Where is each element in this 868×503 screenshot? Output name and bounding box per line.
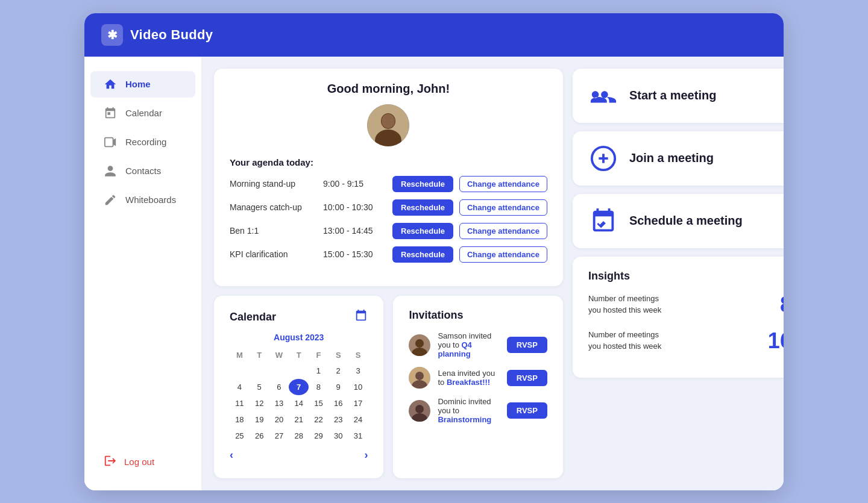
insights-label-0: Number of meetings you hosted this week [588,293,667,315]
logout-icon [104,454,117,469]
calendar-day[interactable]: 3 [348,363,368,379]
calendar-day[interactable]: 17 [348,395,368,411]
start-meeting-icon [590,82,617,110]
user-avatar-container [230,104,547,146]
sidebar-label-calendar: Calendar [125,108,162,118]
invitations-title: Invitations [409,309,547,322]
calendar-header: Calendar [230,309,368,325]
sidebar: Home Calendar Recording [84,57,202,490]
calendar-day[interactable]: 24 [348,411,368,428]
schedule-meeting-card[interactable]: Schedule a meeting [573,194,784,248]
sidebar-item-recording[interactable]: Recording [90,129,195,155]
calendar-day[interactable]: 25 [230,428,250,444]
calendar-day[interactable]: 19 [250,411,269,428]
schedule-meeting-icon [590,207,617,235]
calendar-day[interactable]: 9 [329,379,348,395]
calendar-day[interactable]: 22 [309,411,329,428]
calendar-day[interactable]: 7 [289,379,309,395]
sidebar-item-home[interactable]: Home [90,71,195,98]
calendar-day [269,363,289,379]
calendar-day[interactable]: 5 [250,379,269,395]
calendar-day[interactable]: 26 [250,428,269,444]
invitations-card: Invitations Samson invited you to Q4 pla… [393,296,562,478]
invitation-meeting-link-1[interactable]: Breakfast!!! [447,378,490,387]
calendar-day[interactable]: 4 [230,379,250,395]
calendar-day[interactable]: 23 [329,411,348,428]
cal-day-header-4: F [309,348,329,363]
reschedule-btn-0[interactable]: Reschedule [392,176,453,192]
invitation-text-1: Lena invited you to Breakfast!!! [438,369,499,387]
calendar-day[interactable]: 2 [329,363,348,379]
calendar-day[interactable]: 12 [250,395,269,411]
main-layout: Home Calendar Recording [84,57,784,490]
calendar-day[interactable]: 20 [269,411,289,428]
calendar-day[interactable]: 10 [348,379,368,395]
calendar-day[interactable]: 31 [348,428,368,444]
rvsp-btn-1[interactable]: RVSP [507,370,547,386]
calendar-day[interactable]: 30 [329,428,348,444]
svg-point-10 [415,339,424,348]
reschedule-btn-1[interactable]: Reschedule [392,199,453,216]
app-window: ✱ Video Buddy Home Calendar [84,13,784,490]
logout-label: Log out [124,457,154,467]
calendar-day[interactable]: 8 [309,379,329,395]
reschedule-btn-3[interactable]: Reschedule [392,246,453,263]
meeting-name-0: Morning stand-up [230,179,317,189]
calendar-day[interactable]: 1 [309,363,329,379]
meeting-name-2: Ben 1:1 [230,226,317,236]
reschedule-btn-2[interactable]: Reschedule [392,223,453,239]
rvsp-btn-0[interactable]: RVSP [507,337,547,353]
change-attendance-btn-3[interactable]: Change attendance [459,246,547,263]
calendar-day[interactable]: 16 [329,395,348,411]
sidebar-item-contacts[interactable]: Contacts [90,158,195,184]
join-meeting-card[interactable]: Join a meeting [573,131,784,186]
start-meeting-label: Start a meeting [629,89,716,102]
right-panel: Start a meeting Join a meeting Schedule … [573,69,784,478]
cal-day-header-1: T [250,348,269,363]
meeting-name-3: KPI clarification [230,249,317,259]
calendar-day [230,363,250,379]
calendar-day[interactable]: 27 [269,428,289,444]
calendar-day[interactable]: 11 [230,395,250,411]
calendar-day[interactable]: 29 [309,428,329,444]
start-meeting-card[interactable]: Start a meeting [573,69,784,123]
agenda-section-title: Your agenda today: [230,157,547,167]
inviter-avatar-2 [409,400,430,422]
meeting-time-1: 10:00 - 10:30 [323,202,386,212]
calendar-day[interactable]: 6 [269,379,289,395]
invitation-row-2: Dominic invited you to Brainstorming RVS… [409,397,547,424]
calendar-day[interactable]: 14 [289,395,309,411]
home-icon [104,78,117,91]
calendar-day[interactable]: 15 [309,395,329,411]
calendar-icon [104,107,117,120]
cal-day-header-2: W [269,348,289,363]
change-attendance-btn-1[interactable]: Change attendance [459,199,547,216]
logout-button[interactable]: Log out [90,448,195,476]
insights-title: Insights [588,270,784,283]
change-attendance-btn-0[interactable]: Change attendance [459,176,547,192]
rvsp-btn-2[interactable]: RVSP [507,402,547,419]
cal-day-header-0: M [230,348,250,363]
invitation-text-2: Dominic invited you to Brainstorming [438,397,499,424]
calendar-day[interactable]: 21 [289,411,309,428]
insights-value-1: 16 [768,328,784,354]
meeting-time-0: 9:00 - 9:15 [323,179,386,189]
invitation-meeting-link-0[interactable]: Q4 planning [438,340,471,358]
calendar-prev-btn[interactable]: ‹ [230,449,233,461]
agenda-card: Good morning, John! Your agenda today: [214,69,563,287]
sidebar-item-whiteboards[interactable]: Whiteboards [90,187,195,213]
sidebar-item-calendar[interactable]: Calendar [90,100,195,127]
meeting-time-2: 13:00 - 14:45 [323,226,386,236]
schedule-meeting-label: Schedule a meeting [629,214,743,228]
change-attendance-btn-2[interactable]: Change attendance [459,223,547,239]
calendar-day[interactable]: 13 [269,395,289,411]
join-meeting-icon [590,145,617,172]
calendar-next-btn[interactable]: › [364,449,368,461]
agenda-row-2: Ben 1:1 13:00 - 14:45 Reschedule Change … [230,223,547,239]
sidebar-label-contacts: Contacts [125,166,161,176]
calendar-day[interactable]: 28 [289,428,309,444]
calendar-day[interactable]: 18 [230,411,250,428]
invitation-meeting-link-2[interactable]: Brainstorming [438,415,491,424]
calendar-day [250,363,269,379]
calendar-card: Calendar August 2023 M T W [214,296,383,478]
